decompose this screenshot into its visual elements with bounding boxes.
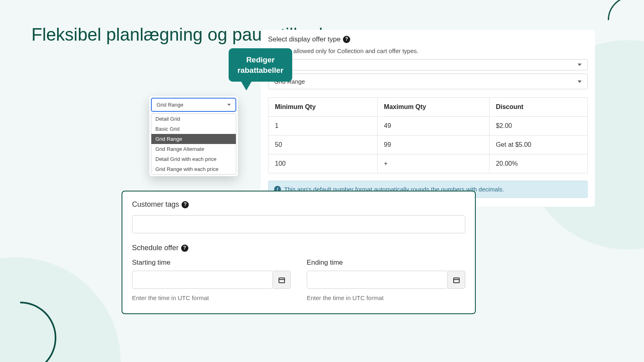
schedule-offer-label: Schedule offer	[132, 244, 179, 252]
table-row: 5099Get at $5.00	[268, 136, 588, 154]
help-icon[interactable]: ?	[182, 201, 189, 208]
starting-time-calendar-button[interactable]	[273, 271, 291, 289]
decorative-circle	[0, 257, 121, 362]
table-header: Discount	[489, 98, 587, 117]
offer-type-label: Select display offer type	[268, 35, 341, 43]
callout-line1: Rediger	[246, 56, 275, 64]
table-row: 100+20.00%	[268, 154, 588, 173]
help-icon[interactable]: ?	[343, 36, 350, 43]
ending-time-label: Ending time	[307, 259, 465, 267]
grid-range-select[interactable]: Grid Range	[268, 74, 588, 89]
cell-max-qty: 99	[377, 136, 489, 154]
grid-type-options: Detail GridBasic GridGrid RangeGrid Rang…	[151, 113, 236, 175]
table-header: Maximum Qty	[377, 98, 489, 117]
ending-time-calendar-button[interactable]	[448, 271, 465, 289]
customer-tags-label: Customer tags	[132, 200, 179, 209]
starting-time-hint: Enter the time in UTC format	[132, 294, 291, 301]
grid-type-option[interactable]: Detail Grid with each price	[151, 154, 236, 164]
grid-type-option[interactable]: Grid Range with each price	[151, 164, 236, 174]
help-icon[interactable]: ?	[181, 245, 188, 252]
customer-tags-label-row: Customer tags ?	[132, 200, 465, 209]
cell-max-qty: 49	[377, 117, 489, 136]
schedule-panel: Customer tags ? Schedule offer ? Startin…	[122, 191, 476, 314]
grid-type-option[interactable]: Detail Grid	[151, 114, 236, 124]
calendar-icon	[453, 277, 460, 283]
grid-type-option[interactable]: Grid Range Alternate	[151, 144, 236, 154]
chevron-down-icon	[578, 64, 582, 66]
table-row: 149$2.00	[268, 117, 588, 136]
chevron-down-icon	[227, 104, 231, 106]
calendar-icon	[279, 277, 285, 283]
table-header: Minimum Qty	[268, 98, 378, 117]
cell-discount: Get at $5.00	[489, 136, 587, 154]
starting-time-label: Starting time	[132, 259, 291, 267]
grid-type-option[interactable]: Basic Grid	[151, 124, 236, 134]
starting-time-input[interactable]	[132, 271, 273, 289]
offer-type-label-row: Select display offer type ?	[268, 35, 588, 43]
cell-min-qty: 100	[268, 154, 378, 173]
cell-min-qty: 50	[268, 136, 378, 154]
grid-type-option[interactable]: Grid Range	[151, 134, 236, 144]
cell-max-qty: +	[377, 154, 489, 173]
callout-bubble: Rediger rabattabeller	[229, 48, 292, 82]
cell-discount: $2.00	[489, 117, 587, 136]
grid-type-dropdown[interactable]: Grid Range Detail GridBasic GridGrid Ran…	[149, 96, 238, 176]
cell-min-qty: 1	[268, 117, 378, 136]
chevron-down-icon	[578, 80, 582, 83]
cell-discount: 20.00%	[489, 154, 587, 173]
ending-time-hint: Enter the time in UTC format	[307, 294, 465, 301]
callout-line2: rabattabeller	[237, 66, 283, 74]
decorative-arc	[608, 0, 644, 44]
grid-type-selected-value: Grid Range	[157, 102, 183, 108]
empty-select[interactable]	[268, 59, 588, 70]
customer-tags-input[interactable]	[132, 215, 465, 233]
schedule-offer-label-row: Schedule offer ?	[132, 244, 465, 252]
grid-type-select[interactable]: Grid Range	[151, 98, 236, 112]
ending-time-input[interactable]	[307, 271, 448, 289]
offer-type-hint: is allowed only for Collection and cart …	[287, 47, 588, 54]
discount-table: Minimum QtyMaximum QtyDiscount 149$2.005…	[268, 97, 588, 173]
offer-panel: Select display offer type ? is allowed o…	[261, 30, 595, 207]
